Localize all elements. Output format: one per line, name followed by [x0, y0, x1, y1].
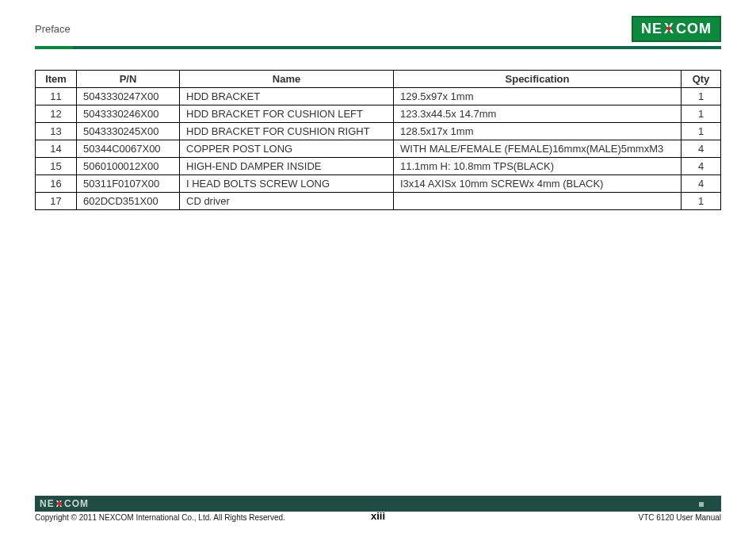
- cell-name: HDD BRACKET FOR CUSHION LEFT: [180, 105, 394, 123]
- cell-qty: 1: [682, 105, 721, 123]
- logo-text-right: COM: [676, 21, 712, 37]
- footer-doc-title: VTC 6120 User Manual: [639, 513, 722, 522]
- footer-logo-right: COM: [64, 498, 89, 509]
- header-rule-accent: [35, 46, 73, 49]
- cell-spec: WITH MALE/FEMALE (FEMALE)16mmx(MALE)5mmx…: [394, 140, 682, 158]
- cell-qty: 4: [682, 140, 721, 158]
- cell-pn: 50344C0067X00: [77, 140, 180, 158]
- footer-square-icon: [712, 500, 718, 507]
- footer-bar: NEXCOM: [35, 496, 721, 512]
- footer-nexcom-logo: NEXCOM: [35, 498, 94, 509]
- cell-qty: 4: [682, 175, 721, 193]
- cell-qty: 1: [682, 123, 721, 140]
- table-row: 135043330245X00HDD BRACKET FOR CUSHION R…: [36, 123, 721, 140]
- footer-square-icon: [699, 502, 704, 507]
- table-row: 17602DCD351X00CD driver1: [36, 193, 721, 210]
- nexcom-logo-box: NEXCOM: [632, 16, 721, 42]
- footer-copyright: Copyright © 2011 NEXCOM International Co…: [35, 513, 285, 522]
- table-row: 115043330247X00HDD BRACKET129.5x97x 1mm1: [36, 88, 721, 105]
- cell-pn: 5043330247X00: [77, 88, 180, 105]
- cell-pn: 50311F0107X00: [77, 175, 180, 193]
- cell-item: 14: [36, 140, 77, 158]
- header-rule: [35, 46, 721, 51]
- cell-spec: 123.3x44.5x 14.7mm: [394, 105, 682, 123]
- cell-spec: [394, 193, 682, 210]
- table-row: 125043330246X00HDD BRACKET FOR CUSHION L…: [36, 105, 721, 123]
- cell-pn: 5060100012X00: [77, 158, 180, 175]
- col-specification: Specification: [394, 71, 682, 88]
- page-number: xiii: [371, 510, 385, 522]
- cell-name: COPPER POST LONG: [180, 140, 394, 158]
- parts-table: Item P/N Name Specification Qty 11504333…: [35, 70, 721, 210]
- table-row: 1450344C0067X00COPPER POST LONGWITH MALE…: [36, 140, 721, 158]
- nexcom-logo: NEXCOM: [632, 16, 721, 42]
- cell-item: 13: [36, 123, 77, 140]
- footer-logo-left: NE: [40, 498, 55, 509]
- cell-pn: 5043330245X00: [77, 123, 180, 140]
- logo-x-icon: X: [662, 21, 676, 37]
- table-header: Item P/N Name Specification Qty: [36, 71, 721, 88]
- col-qty: Qty: [682, 71, 721, 88]
- parts-table-container: Item P/N Name Specification Qty 11504333…: [35, 70, 721, 210]
- footer-decor-icon: [699, 500, 718, 507]
- document-page: Preface NEXCOM Item P/N Name Specificati…: [0, 0, 756, 533]
- cell-spec: 128.5x17x 1mm: [394, 123, 682, 140]
- footer-square-icon: [705, 502, 710, 507]
- cell-spec: 129.5x97x 1mm: [394, 88, 682, 105]
- cell-qty: 4: [682, 158, 721, 175]
- logo-text-left: NE: [641, 21, 662, 37]
- page-footer: NEXCOM Copyright © 2011 NEXCOM Internati…: [35, 496, 721, 522]
- table-row: 1650311F0107X00I HEAD BOLTS SCREW LONGI3…: [36, 175, 721, 193]
- col-name: Name: [180, 71, 394, 88]
- footer-meta: Copyright © 2011 NEXCOM International Co…: [35, 513, 721, 522]
- cell-name: HDD BRACKET FOR CUSHION RIGHT: [180, 123, 394, 140]
- cell-name: HDD BRACKET: [180, 88, 394, 105]
- cell-item: 11: [36, 88, 77, 105]
- cell-item: 17: [36, 193, 77, 210]
- page-header: Preface NEXCOM: [35, 14, 721, 43]
- col-pn: P/N: [77, 71, 180, 88]
- cell-name: HIGH-END DAMPER INSIDE: [180, 158, 394, 175]
- cell-qty: 1: [682, 193, 721, 210]
- cell-spec: 11.1mm H: 10.8mm TPS(BLACK): [394, 158, 682, 175]
- cell-item: 15: [36, 158, 77, 175]
- table-body: 115043330247X00HDD BRACKET129.5x97x 1mm1…: [36, 88, 721, 210]
- header-section-title: Preface: [35, 23, 71, 35]
- footer-logo-x-icon: X: [55, 499, 64, 508]
- cell-item: 16: [36, 175, 77, 193]
- cell-name: I HEAD BOLTS SCREW LONG: [180, 175, 394, 193]
- table-row: 155060100012X00HIGH-END DAMPER INSIDE11.…: [36, 158, 721, 175]
- cell-name: CD driver: [180, 193, 394, 210]
- cell-qty: 1: [682, 88, 721, 105]
- cell-pn: 602DCD351X00: [77, 193, 180, 210]
- col-item: Item: [36, 71, 77, 88]
- cell-pn: 5043330246X00: [77, 105, 180, 123]
- cell-spec: I3x14 AXISx 10mm SCREWx 4mm (BLACK): [394, 175, 682, 193]
- cell-item: 12: [36, 105, 77, 123]
